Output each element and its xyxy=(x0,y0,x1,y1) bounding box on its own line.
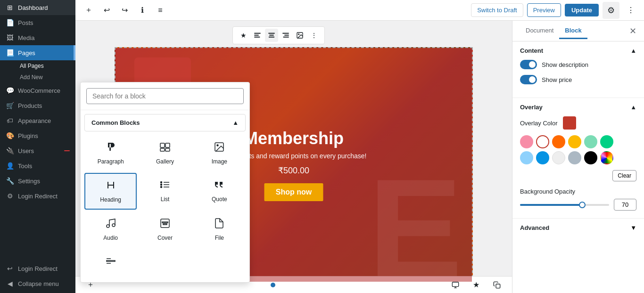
block-gallery[interactable]: Gallery xyxy=(139,135,191,171)
align-center-button[interactable] xyxy=(265,29,278,42)
color-light-blue[interactable] xyxy=(520,151,533,164)
ellipsis-icon: ⋮ xyxy=(627,6,635,15)
tab-document[interactable]: Document xyxy=(520,23,559,39)
align-left-button[interactable] xyxy=(251,29,264,42)
color-yellow[interactable] xyxy=(568,135,581,148)
sidebar-item-dashboard[interactable]: ⊞ Dashboard xyxy=(0,0,75,15)
block-paragraph[interactable]: Paragraph xyxy=(84,135,137,171)
sidebar-item-plugins[interactable]: 🔌 Users xyxy=(0,143,75,158)
svg-rect-5 xyxy=(269,37,274,38)
content-section-header[interactable]: Content ▲ xyxy=(512,41,644,60)
sidebar-item-login-redirect[interactable]: ↩ Login Redirect xyxy=(0,261,75,276)
redo-button[interactable]: ↪ xyxy=(117,3,132,18)
svg-point-23 xyxy=(107,225,109,228)
info-button[interactable]: ℹ xyxy=(135,3,150,18)
block-list[interactable]: List xyxy=(139,173,191,210)
update-button[interactable]: Update xyxy=(565,4,599,16)
sidebar-item-woocommerce[interactable]: 🛒 Products xyxy=(0,98,75,113)
sidebar-item-add-new[interactable]: Add New xyxy=(14,72,75,83)
sidebar-label-posts: Posts xyxy=(18,19,33,26)
woocommerce-icon: 🛒 xyxy=(6,102,14,109)
collapse-section-icon: ▲ xyxy=(232,119,239,126)
sidebar-item-media[interactable]: 🖼 Media xyxy=(0,30,75,45)
opacity-slider[interactable] xyxy=(520,204,609,206)
overlay-section-header[interactable]: Overlay ▲ xyxy=(512,98,644,116)
svg-rect-14 xyxy=(165,148,170,151)
show-description-toggle[interactable] xyxy=(520,60,537,69)
posts-icon: 📄 xyxy=(6,19,14,26)
block-more[interactable] xyxy=(84,249,137,278)
sidebar-item-all-pages[interactable]: All Pages xyxy=(14,60,75,72)
tab-block[interactable]: Block xyxy=(559,23,587,39)
svg-rect-13 xyxy=(160,148,165,151)
color-light-gray[interactable] xyxy=(552,151,565,164)
color-vivid-red[interactable] xyxy=(536,135,549,148)
shop-now-button[interactable]: Shop now xyxy=(264,183,323,201)
canvas-area: ★ ⋮ E xyxy=(75,21,512,293)
block-audio[interactable]: Audio xyxy=(84,212,137,247)
svg-rect-2 xyxy=(254,37,260,38)
sidebar-item-settings[interactable]: ⚙ Login Redirect xyxy=(0,188,75,203)
color-gray[interactable] xyxy=(568,151,581,164)
svg-rect-1 xyxy=(254,35,258,36)
image-block-icon xyxy=(214,141,225,155)
block-quote[interactable]: Quote xyxy=(193,173,246,210)
info-icon: ℹ xyxy=(141,6,144,15)
svg-point-21 xyxy=(160,184,162,186)
editor-main: ★ ⋮ E xyxy=(75,21,644,293)
file-label: File xyxy=(215,235,224,241)
sidebar-item-posts[interactable]: 📄 Posts xyxy=(0,15,75,30)
block-file[interactable]: File xyxy=(193,212,246,247)
opacity-input[interactable]: 70 xyxy=(614,199,636,211)
search-input[interactable] xyxy=(86,88,244,104)
sidebar-item-appearance[interactable]: 🎨 Plugins xyxy=(0,128,75,143)
block-heading[interactable]: Heading xyxy=(84,173,137,210)
image-button[interactable] xyxy=(293,29,306,42)
undo-button[interactable]: ↩ xyxy=(99,3,114,18)
cover-icon xyxy=(159,218,171,232)
copy-view-button[interactable] xyxy=(489,277,504,293)
block-cover[interactable]: Cover xyxy=(139,212,191,247)
color-orange[interactable] xyxy=(552,135,565,148)
align-right-button[interactable] xyxy=(279,29,292,42)
list-view-button[interactable]: ≡ xyxy=(153,3,168,18)
frame-icon xyxy=(452,281,459,289)
overlay-label: Overlay xyxy=(520,104,543,111)
switch-draft-button[interactable]: Switch to Draft xyxy=(471,3,523,17)
svg-rect-26 xyxy=(162,222,168,223)
preview-button[interactable]: Preview xyxy=(527,3,561,17)
sidebar-label-plugins: Users xyxy=(18,147,34,155)
advanced-section[interactable]: Advanced ▼ xyxy=(512,219,644,237)
editor-settings-button[interactable]: ⚙ xyxy=(603,2,619,19)
svg-point-24 xyxy=(112,224,115,227)
more-options-button[interactable]: ⋮ xyxy=(623,3,638,18)
sidebar-label-media: Media xyxy=(18,34,34,41)
collapse-menu[interactable]: ◀ Collapse menu xyxy=(0,276,75,291)
inserter-body: Common Blocks ▲ Paragraph xyxy=(81,110,249,282)
svg-rect-11 xyxy=(160,143,165,147)
sidebar-item-pages[interactable]: 📃 Pages xyxy=(0,45,75,60)
dashboard-icon: ⊞ xyxy=(6,4,14,11)
sidebar-item-comments[interactable]: 💬 WooCommerce xyxy=(0,83,75,98)
clear-color-button[interactable]: Clear xyxy=(612,170,636,181)
color-gradient[interactable] xyxy=(600,151,613,164)
show-price-toggle[interactable] xyxy=(520,75,537,84)
block-image[interactable]: Image xyxy=(193,135,246,171)
more-block-options[interactable]: ⋮ xyxy=(307,29,321,42)
color-green-cyan[interactable] xyxy=(584,135,597,148)
color-blue[interactable] xyxy=(536,151,549,164)
editor-wrapper: ＋ ↩ ↪ ℹ ≡ Switch to Draft Preview Update… xyxy=(75,0,644,293)
block-star-button[interactable]: ★ xyxy=(237,29,250,42)
color-green[interactable] xyxy=(600,135,613,148)
color-pink[interactable] xyxy=(520,135,533,148)
overlay-color-swatch[interactable] xyxy=(563,116,576,130)
color-black[interactable] xyxy=(584,151,597,164)
panel-close-button[interactable]: ✕ xyxy=(629,26,636,36)
opacity-thumb[interactable] xyxy=(579,202,586,208)
sidebar-item-products[interactable]: 🏷 Appearance xyxy=(0,113,75,128)
align-center-icon xyxy=(268,32,275,39)
add-block-button[interactable]: ＋ xyxy=(81,3,96,18)
common-blocks-header[interactable]: Common Blocks ▲ xyxy=(84,114,246,131)
sidebar-item-tools[interactable]: 🔧 Settings xyxy=(0,173,75,188)
sidebar-item-users[interactable]: 👤 Tools xyxy=(0,158,75,173)
